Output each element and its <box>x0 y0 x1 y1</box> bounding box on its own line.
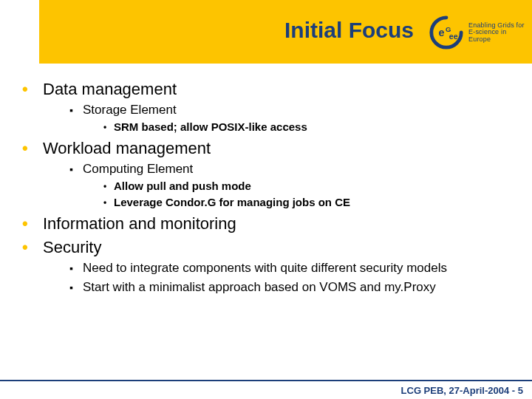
footer-text: LCG PEB, 27-April-2004 - 5 <box>401 385 523 396</box>
bullet-text: Data management <box>43 80 177 99</box>
bullet-lvl2: ▪ Need to integrate components with quit… <box>69 260 510 276</box>
bullet-text: SRM based; allow POSIX-like access <box>114 120 307 134</box>
bullet-text: Information and monitoring <box>43 214 236 233</box>
egee-logo: e G ee Enabling Grids for E-science in E… <box>429 3 525 62</box>
bullet-lvl1: • Security <box>22 238 510 257</box>
bullet-lvl3: • Leverage Condor.G for managing jobs on… <box>103 195 510 210</box>
bullet-icon: ▪ <box>69 102 83 118</box>
egee-logo-text: Enabling Grids for E-science in Europe <box>468 22 525 43</box>
svg-text:ee: ee <box>449 32 458 41</box>
bullet-icon: • <box>103 179 114 194</box>
bullet-text: Need to integrate components with quite … <box>83 260 447 276</box>
bullet-icon: • <box>22 139 43 158</box>
slide: Initial Focus e G ee Enabling Grids for … <box>0 0 532 399</box>
bullet-lvl3: • Allow pull and push mode <box>103 179 510 194</box>
bullet-text: Start with a minimalist approach based o… <box>83 279 436 296</box>
bullet-lvl1: • Workload management <box>22 139 510 158</box>
header-accent <box>0 0 39 64</box>
bullet-icon: ▪ <box>69 279 83 296</box>
bullet-lvl1: • Information and monitoring <box>22 214 510 233</box>
bullet-icon: ▪ <box>69 161 83 177</box>
bullet-text: Leverage Condor.G for managing jobs on C… <box>114 195 350 210</box>
bullet-lvl1: • Data management <box>22 80 510 99</box>
content: • Data management ▪ Storage Element • SR… <box>22 75 510 296</box>
slide-title: Initial Focus <box>52 18 414 43</box>
bullet-lvl3: • SRM based; allow POSIX-like access <box>103 120 510 134</box>
bullet-text: Workload management <box>43 139 211 158</box>
bullet-icon: • <box>103 195 114 210</box>
svg-text:e: e <box>438 27 444 38</box>
egee-logo-icon: e G ee <box>429 15 464 50</box>
bullet-text: Computing Element <box>83 161 193 177</box>
bullet-text: Storage Element <box>83 102 177 118</box>
bullet-icon: • <box>22 214 43 233</box>
bullet-lvl2: ▪ Computing Element <box>69 161 510 177</box>
bullet-icon: • <box>22 80 43 99</box>
logo-tagline-2: E-science in Europe <box>468 29 525 43</box>
footer-divider <box>0 380 532 381</box>
bullet-lvl2: ▪ Start with a minimalist approach based… <box>69 279 510 296</box>
bullet-icon: • <box>22 238 43 257</box>
bullet-icon: ▪ <box>69 260 83 276</box>
bullet-lvl2: ▪ Storage Element <box>69 102 510 118</box>
bullet-text: Allow pull and push mode <box>114 179 251 194</box>
bullet-icon: • <box>103 120 114 134</box>
bullet-text: Security <box>43 238 101 257</box>
